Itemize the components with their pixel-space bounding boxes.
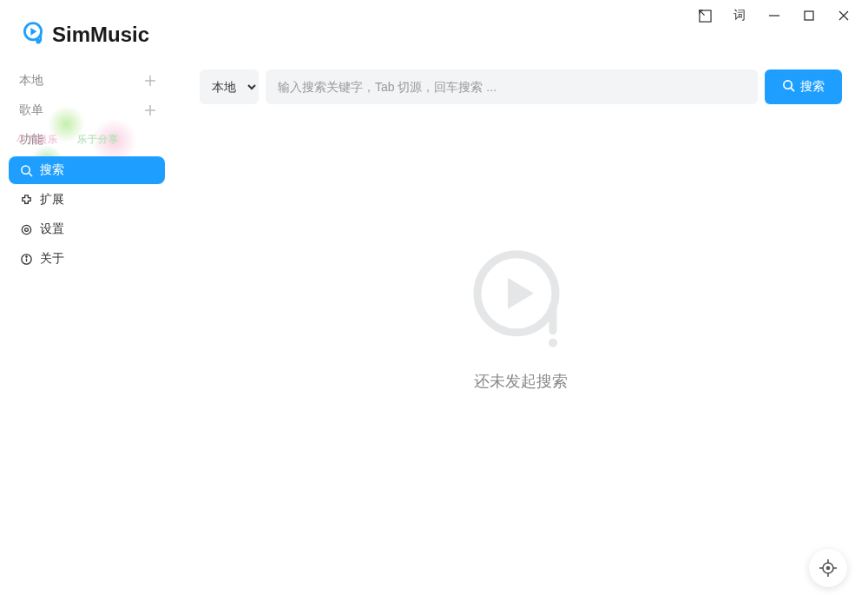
nav-label: 设置 (40, 221, 64, 237)
app-logo: SimMusic (0, 10, 174, 66)
svg-line-21 (791, 88, 794, 91)
app-name: SimMusic (52, 23, 149, 47)
section-functions: 功能 (0, 125, 174, 155)
svg-point-20 (784, 81, 792, 89)
search-button[interactable]: 搜索 (765, 69, 842, 104)
search-input[interactable] (266, 69, 758, 104)
puzzle-icon (19, 193, 33, 207)
search-bar: 本地 搜索 (200, 69, 842, 104)
gear-icon (19, 222, 33, 236)
section-playlist: 歌单 (0, 96, 174, 125)
svg-point-24 (549, 339, 557, 347)
sidebar: SimMusic 本地 小刀娱乐 乐于分享 歌单 功能 (0, 0, 174, 608)
nav-settings[interactable]: 设置 (9, 215, 165, 243)
section-title: 歌单 (19, 102, 43, 118)
search-icon (782, 79, 795, 95)
section-title: 本地 (19, 73, 43, 89)
main-content: 本地 搜索 还未发起搜索 (174, 0, 868, 608)
search-button-label: 搜索 (800, 79, 825, 95)
nav-label: 搜索 (40, 162, 64, 178)
nav-label: 关于 (40, 251, 64, 267)
svg-point-19 (25, 255, 26, 256)
svg-line-14 (29, 173, 32, 176)
svg-point-15 (22, 225, 30, 234)
svg-rect-8 (40, 32, 42, 42)
section-title: 功能 (19, 132, 43, 148)
source-select[interactable]: 本地 (200, 69, 259, 104)
locate-button[interactable] (809, 549, 847, 587)
crosshair-icon (819, 559, 837, 577)
svg-point-26 (827, 567, 830, 570)
empty-state: 还未发起搜索 (469, 246, 573, 392)
window-controls: 词 (681, 0, 868, 31)
svg-point-13 (21, 165, 29, 173)
nav-label: 扩展 (40, 192, 64, 208)
add-local-button[interactable] (142, 73, 158, 89)
nav-search[interactable]: 搜索 (9, 156, 165, 184)
close-icon[interactable] (837, 9, 851, 23)
empty-play-icon (469, 246, 573, 350)
section-local: 本地 (0, 66, 174, 96)
mini-player-icon[interactable] (698, 9, 712, 23)
lyrics-button[interactable]: 词 (733, 9, 746, 23)
minimize-icon[interactable] (767, 9, 781, 23)
maximize-icon[interactable] (802, 9, 816, 23)
svg-rect-3 (805, 11, 813, 20)
svg-point-16 (24, 228, 28, 231)
search-icon (19, 163, 33, 177)
empty-message: 还未发起搜索 (474, 371, 568, 392)
add-playlist-button[interactable] (142, 102, 158, 118)
nav-extensions[interactable]: 扩展 (9, 186, 165, 214)
info-icon (19, 252, 33, 266)
svg-line-1 (699, 10, 704, 15)
logo-icon (21, 21, 45, 49)
nav-about[interactable]: 关于 (9, 245, 165, 273)
